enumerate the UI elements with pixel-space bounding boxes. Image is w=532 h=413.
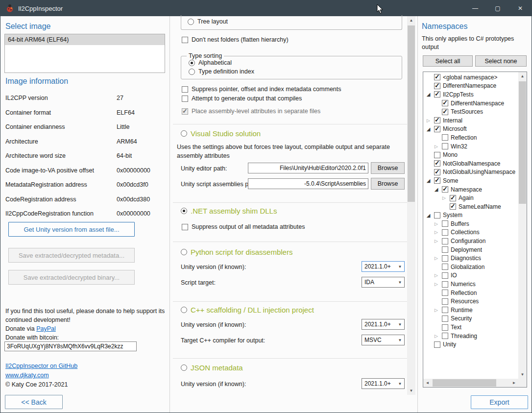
tree-item[interactable]: Unity <box>424 340 518 349</box>
github-link[interactable]: Il2CppInspector on GitHub <box>5 363 77 369</box>
dotnet-shim-option[interactable]: .NET assembly shim DLLs <box>181 207 277 215</box>
tree-item[interactable]: ◢System <box>424 211 518 220</box>
namespace-checkbox[interactable] <box>442 229 448 236</box>
tree-item[interactable]: Reflection <box>424 289 518 297</box>
back-button[interactable]: << Back <box>5 395 63 409</box>
compilable-output-checkbox[interactable] <box>182 96 188 102</box>
paypal-link[interactable]: PayPal <box>36 325 56 332</box>
tree-collapsed-icon[interactable]: ▷ <box>433 308 439 313</box>
cpp-unity-version-select[interactable]: 2021.1.0+ ▼ <box>362 319 405 330</box>
suppress-comments-checkbox[interactable] <box>182 86 188 93</box>
namespace-checkbox[interactable] <box>442 186 448 193</box>
tree-item[interactable]: ▷Runtime <box>424 306 518 315</box>
namespace-checkbox[interactable] <box>442 307 448 313</box>
tree-item[interactable]: ▷Win32 <box>424 142 518 151</box>
tree-vscroll-thumb[interactable] <box>519 81 526 204</box>
namespace-checkbox[interactable] <box>442 255 448 262</box>
save-binary-button[interactable]: Save extracted/decrypted binary... <box>8 270 135 285</box>
flatten-option[interactable]: Don't nest folders (flatten hierarchy) <box>182 36 289 43</box>
select-all-button[interactable]: Select all <box>423 55 473 67</box>
tree-vertical-scrollbar[interactable]: ▲ ▼ <box>518 72 527 379</box>
tree-collapsed-icon[interactable]: ▷ <box>433 282 439 287</box>
tree-item[interactable]: Text <box>424 323 518 332</box>
tree-item[interactable]: ▷Diagnostics <box>424 254 518 263</box>
suppress-attributes-checkbox[interactable] <box>182 224 188 230</box>
scroll-down-icon[interactable]: ▼ <box>518 370 527 379</box>
sort-alphabetical-radio[interactable] <box>189 60 195 66</box>
middle-scrollbar-thumb[interactable] <box>408 25 415 202</box>
tree-collapsed-icon[interactable]: ▷ <box>433 273 439 278</box>
cpp-compiler-select[interactable]: MSVC ▼ <box>362 335 405 345</box>
browse-editor-path-button[interactable]: Browse <box>371 162 405 174</box>
tree-item[interactable]: ◢Il2CppTests <box>424 90 518 99</box>
tree-expanded-icon[interactable]: ◢ <box>425 126 432 132</box>
get-unity-version-button[interactable]: Get Unity version from asset file... <box>8 222 135 237</box>
tree-item[interactable]: Security <box>424 315 518 323</box>
script-target-select[interactable]: IDA ▼ <box>362 277 405 288</box>
image-list-item[interactable]: 64-bit ARM64 (ELF64) <box>5 34 165 45</box>
namespace-checkbox[interactable] <box>442 220 448 227</box>
namespace-checkbox[interactable] <box>442 246 448 253</box>
image-listbox[interactable]: 64-bit ARM64 (ELF64) <box>4 34 165 73</box>
export-button[interactable]: Export <box>471 395 528 409</box>
namespace-checkbox[interactable] <box>442 134 448 141</box>
tree-item[interactable]: ◢Some <box>424 176 518 185</box>
tree-item[interactable]: TestSources <box>424 107 518 116</box>
namespace-checkbox[interactable] <box>442 324 448 331</box>
suppress-attributes-option[interactable]: Suppress output of all metadata attribut… <box>182 223 305 230</box>
tree-expanded-icon[interactable]: ◢ <box>425 92 432 97</box>
tree-item[interactable]: ▷Numerics <box>424 280 518 289</box>
unity-editor-path-field[interactable] <box>248 163 368 173</box>
sort-type-index-option[interactable]: Type definition index <box>189 68 254 75</box>
separate-attributes-option[interactable]: Place assembly-level attributes in separ… <box>182 108 320 115</box>
scroll-up-icon[interactable]: ▲ <box>407 16 415 24</box>
tree-horizontal-scrollbar[interactable]: ◄ ► <box>423 379 518 387</box>
minimize-icon[interactable]: — <box>464 0 486 16</box>
namespace-checkbox[interactable] <box>434 169 440 175</box>
namespace-checkbox[interactable] <box>434 74 440 80</box>
namespace-checkbox[interactable] <box>450 203 456 210</box>
tree-expanded-icon[interactable]: ◢ <box>425 178 432 183</box>
tree-item[interactable]: ▷Internal <box>424 116 518 125</box>
namespace-checkbox[interactable] <box>442 109 448 115</box>
tree-collapsed-icon[interactable]: ▷ <box>433 239 439 243</box>
tree-collapsed-icon[interactable]: ▷ <box>441 195 447 200</box>
tree-collapsed-icon[interactable]: ▷ <box>433 334 439 339</box>
browse-script-assemblies-button[interactable]: Browse <box>371 178 405 190</box>
tree-item[interactable]: DifferentNamespace <box>424 82 518 91</box>
namespace-checkbox[interactable] <box>442 238 448 244</box>
tree-item[interactable]: Resources <box>424 297 518 306</box>
tree-item[interactable]: ▷IO <box>424 271 518 280</box>
tree-hscroll-thumb[interactable] <box>433 379 496 387</box>
tree-item[interactable]: DifferentNamespace <box>424 99 518 108</box>
json-unity-version-select[interactable]: 2021.1.0+ ▼ <box>362 378 405 389</box>
save-metadata-button[interactable]: Save extracted/decrypted metadata... <box>8 248 135 263</box>
tree-item[interactable]: ▷Threading <box>424 332 518 340</box>
namespace-checkbox[interactable] <box>434 117 440 123</box>
tree-item[interactable]: Reflection <box>424 133 518 142</box>
tree-item[interactable]: Mono <box>424 150 518 159</box>
namespace-checkbox[interactable] <box>442 143 448 149</box>
namespace-checkbox[interactable] <box>434 91 440 97</box>
tree-collapsed-icon[interactable]: ▷ <box>433 144 439 149</box>
tree-item[interactable]: NotGlobalNamespace <box>424 159 518 168</box>
website-link[interactable]: www.djkaty.com <box>5 372 49 379</box>
python-unity-version-select[interactable]: 2021.1.0+ ▼ <box>362 261 405 272</box>
visual-studio-option[interactable]: Visual Studio solution <box>181 129 261 138</box>
sort-alphabetical-option[interactable]: Alphabetical <box>189 59 232 66</box>
select-none-button[interactable]: Select none <box>475 55 527 67</box>
tree-item[interactable]: ▷Again <box>424 194 518 202</box>
tree-layout-radio[interactable] <box>188 19 194 25</box>
namespace-checkbox[interactable] <box>442 290 448 296</box>
scroll-right-icon[interactable]: ► <box>510 379 518 387</box>
tree-layout-option[interactable]: Tree layout <box>188 18 228 25</box>
close-icon[interactable]: ✕ <box>509 0 532 16</box>
tree-collapsed-icon[interactable]: ▷ <box>433 256 439 261</box>
middle-scrollbar[interactable]: ▲ ▼ <box>407 16 415 395</box>
separate-attributes-checkbox[interactable] <box>182 108 188 115</box>
namespace-checkbox[interactable] <box>442 272 448 279</box>
namespace-checkbox[interactable] <box>434 83 440 89</box>
json-metadata-option[interactable]: JSON metadata <box>181 364 243 372</box>
namespace-checkbox[interactable] <box>442 298 448 305</box>
namespace-checkbox[interactable] <box>442 100 448 106</box>
